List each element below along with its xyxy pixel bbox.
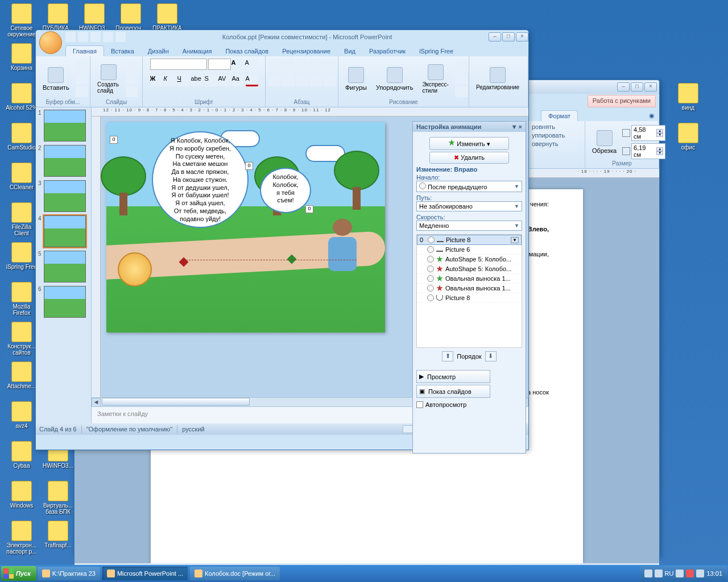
bold-icon[interactable]: Ж [150,75,163,86]
ribbon-tab-рецензирование[interactable]: Рецензирование [275,46,337,56]
ribbon-tab-вставка[interactable]: Вставка [104,46,141,56]
desktop-icon[interactable]: Mozilla Firefox [5,282,39,316]
crop-button[interactable]: Обрезка [589,129,620,155]
desktop-icon[interactable]: avz4 [5,401,39,429]
slide-thumbnail[interactable]: 2 [38,145,89,177]
taskbar-button[interactable]: Колобок.doc [Режим ог... [190,567,280,580]
format-painter-icon[interactable] [76,86,88,97]
italic-icon[interactable]: К [164,75,176,86]
desktop-icon[interactable]: Корзина [5,43,39,71]
ribbon-tab-главная[interactable]: Главная [65,45,104,56]
desktop-icon[interactable]: CamStudio [5,123,39,151]
slide-thumbnail[interactable]: 4 [38,215,89,247]
tray-lang[interactable]: RU [665,570,674,577]
close-button[interactable]: × [516,32,528,41]
slide-thumbnail[interactable]: 1 [38,110,89,142]
new-slide-button[interactable]: Создать слайд [94,63,123,95]
ribbon-tab-анимация[interactable]: Анимация [176,46,219,56]
underline-icon[interactable]: Ч [177,75,190,86]
align-center-icon[interactable] [282,75,295,86]
desktop-icon[interactable]: Конструк... сайтов [5,322,39,356]
shape-effects-icon[interactable] [455,86,468,97]
quick-styles-button[interactable]: Экспресс-стили [419,63,452,95]
desktop-icon[interactable]: офис [671,123,705,151]
move-down-button[interactable]: ⬇ [485,351,497,361]
save-icon[interactable] [65,32,76,42]
path-select[interactable]: Не заблокировано▼ [416,201,522,211]
animation-item[interactable]: Овальная выноска 1... [417,284,522,293]
motion-path-line[interactable] [186,260,357,260]
picture-tools-tab[interactable]: Работа с рисунками [588,95,656,107]
slide-indicator[interactable]: Слайд 4 из 6 [39,426,77,433]
kolobok-character[interactable] [118,252,152,286]
width-input[interactable]: 6,19 см▲▼ [631,143,665,159]
copy-icon[interactable] [76,73,88,85]
minimize-button[interactable]: – [489,32,501,41]
item-dropdown-icon[interactable]: ▼ [511,237,519,243]
numbering-icon[interactable] [282,59,295,70]
format-tab[interactable]: Формат [541,110,578,121]
cut-icon[interactable] [76,61,88,72]
desktop-icon[interactable]: iSpring Free [5,242,39,270]
speech-bubble-1[interactable]: Я Колобок, Колобок, Я по коробу скребен,… [152,131,249,228]
speech-bubble-2[interactable]: Колобок, Колобок, я тебя съем! [260,168,311,213]
animation-item[interactable]: AutoShape 5: Колобо... [417,255,522,264]
open-icon[interactable] [103,32,113,42]
maximize-button[interactable]: □ [502,32,515,41]
desktop-icon[interactable]: Виртуаль... база БПК [41,481,75,515]
desktop-icon[interactable]: HWiNFO3... [77,3,111,31]
slideshow-button[interactable]: ▣ Показ слайдов [416,385,490,398]
desktop-icon[interactable]: винд [671,83,705,111]
print-preview-icon[interactable] [115,32,126,42]
normal-view[interactable] [403,425,413,433]
animation-item[interactable]: Picture 6 [417,245,522,255]
grow-font-icon[interactable]: A [231,59,244,70]
ribbon-tab-показ-слайдов[interactable]: Показ слайдов [218,46,275,56]
remove-effect-button[interactable]: ✖ Удалить [429,152,509,164]
shape-fill-icon[interactable] [455,61,468,72]
tray-icon[interactable] [696,569,704,577]
font-size-combo[interactable] [208,59,231,70]
scroll-thumb[interactable] [102,398,250,406]
tray-clock[interactable]: 13:01 [706,570,722,577]
line-spacing-icon[interactable] [323,59,336,70]
desktop-icon[interactable]: ПУБЛИКА... [41,3,75,31]
maximize-button[interactable]: □ [631,82,643,92]
pp-lang[interactable]: русский [182,426,204,433]
desktop-icon[interactable]: Alcohol 52% [5,83,39,111]
desktop-icon[interactable]: CCleaner [5,163,39,190]
rotate-menu[interactable]: овернуть [532,140,558,147]
ribbon-tab-разработчик[interactable]: Разработчик [362,46,412,56]
align-right-icon[interactable] [296,75,308,86]
justify-icon[interactable] [309,75,322,86]
align-left-icon[interactable] [268,75,281,86]
desktop-icon[interactable]: Cybaa [5,441,39,469]
editing-button[interactable]: Редактирование [473,66,523,92]
taskbar-button[interactable]: Microsoft PowerPoint ... [102,567,188,580]
move-up-button[interactable]: ⬆ [442,351,453,361]
animation-item[interactable]: Овальная выноска 1... [417,274,522,284]
animation-item[interactable]: 0Picture 8▼ [417,235,522,245]
align-menu[interactable]: ровнять [532,123,555,130]
slide-thumbnail[interactable]: 6 [38,286,89,318]
speed-select[interactable]: Медленно▼ [416,221,522,231]
paste-button[interactable]: Вставить [39,66,73,92]
shadow-icon[interactable]: S [205,75,217,86]
arrange-button[interactable]: Упорядочить [373,66,416,92]
start-select[interactable]: После предыдущего ▼ [416,181,522,192]
group-menu[interactable]: уппировать [532,132,565,139]
animation-item[interactable]: AutoShape 5: Колобо... [417,264,522,274]
bullets-icon[interactable] [268,59,281,70]
undo-icon[interactable] [78,32,88,42]
redo-icon[interactable] [90,32,101,42]
tray-icon[interactable] [655,569,663,577]
ribbon-tab-вид[interactable]: Вид [337,46,362,56]
desktop-icon[interactable]: TrafInspf... [41,521,75,548]
desktop-icon[interactable]: ПРАКТИКА [150,3,184,31]
desktop-icon[interactable]: FileZilla Client [5,202,39,236]
tray-icon[interactable] [676,569,684,577]
ribbon-tab-дизайн[interactable]: Дизайн [141,46,176,56]
office-button[interactable] [39,31,62,54]
shrink-font-icon[interactable]: A [245,59,258,70]
desktop-icon[interactable]: Электрон... паспорт р... [5,521,39,555]
